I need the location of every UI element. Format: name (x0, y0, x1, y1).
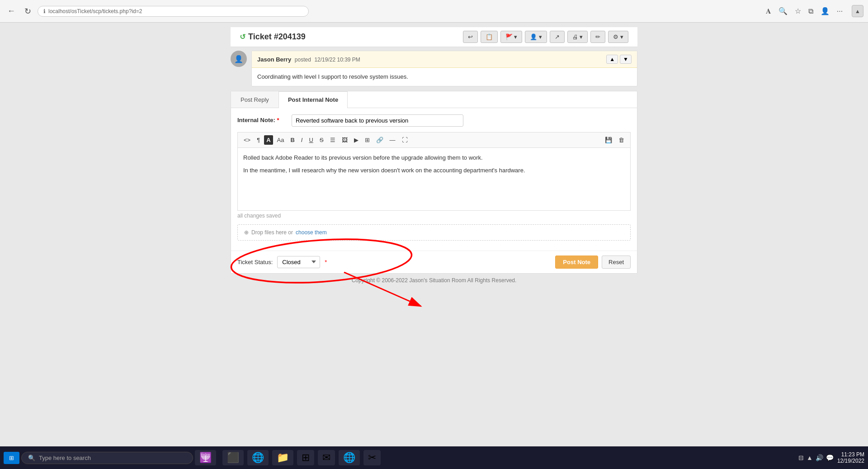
favorites-btn[interactable]: ☆ (792, 5, 804, 17)
search-btn[interactable]: 🔍 (776, 5, 790, 17)
file-choose-link[interactable]: choose them (296, 229, 327, 236)
tab-post-reply[interactable]: Post Reply (231, 91, 278, 108)
ticket-refresh-icon: ↺ (240, 33, 245, 41)
file-drop-text: Drop files here or (251, 229, 293, 236)
toolbar-list-btn[interactable]: ☰ (328, 135, 338, 145)
browser-chrome: ← ↻ ℹ localhost/osTicket/scp/tickets.php… (0, 0, 868, 23)
browser-tools: 𝐀 🔍 ☆ ⧉ 👤 ··· ▲ (763, 5, 863, 17)
toolbar-bold-btn[interactable]: B (288, 135, 297, 145)
status-required-star: * (325, 259, 327, 265)
editor-toolbar: <> ¶ A Aa B I U S ☰ 🖼 ▶ ⊞ 🔗 — (237, 132, 631, 147)
toolbar-delete-btn[interactable]: 🗑 (616, 135, 627, 145)
collections-btn[interactable]: ⧉ (806, 5, 816, 17)
reply-form-body: Internal Note: * <> ¶ A Aa B (231, 108, 637, 247)
taskbar: ⊞ 🔍 Type here to search 🕎 ⬛ 🌐 📁 ⊞ ✉ 🌐 ✂ … (0, 446, 868, 469)
transfer-action-btn[interactable]: ↗ (550, 31, 565, 43)
internal-note-row: Internal Note: * (237, 114, 631, 127)
toolbar-underline-btn[interactable]: U (307, 135, 315, 145)
ticket-actions: ↩ 📋 🚩 ▾ 👤 ▾ ↗ 🖨 ▾ ✏ ⚙ ▾ (463, 31, 629, 43)
message-date: 12/19/22 10:39 PM (314, 57, 360, 63)
info-icon: ℹ (43, 8, 46, 14)
message-posted-label: posted (295, 57, 311, 63)
note-title-field-wrapper (292, 114, 631, 127)
taskbar-edge-btn[interactable]: 🌐 (247, 450, 269, 465)
address-bar[interactable]: ℹ localhost/osTicket/scp/tickets.php?id=… (38, 6, 309, 17)
taskbar-volume-icon[interactable]: 🔊 (816, 454, 823, 461)
toolbar-code-btn[interactable]: <> (241, 135, 253, 145)
flag-action-btn[interactable]: 🚩 ▾ (500, 31, 523, 43)
edit-action-btn[interactable]: 📋 (481, 31, 498, 43)
taskbar-clock[interactable]: 11:23 PM 12/19/2022 (837, 451, 864, 464)
file-drop-zone[interactable]: ⊕ Drop files here or choose them (237, 224, 631, 241)
reply-form: Post Reply Post Internal Note Internal N… (231, 91, 637, 274)
toolbar-image-btn[interactable]: 🖼 (340, 135, 350, 145)
tab-post-internal-note[interactable]: Post Internal Note (278, 91, 348, 108)
taskbar-search-bar[interactable]: 🔍 Type here to search (21, 452, 193, 464)
message-meta: Jason Berry posted 12/19/22 10:39 PM (257, 56, 360, 63)
message-header-actions: ▲ ▼ (606, 55, 632, 64)
file-drop-icon: ⊕ (244, 229, 249, 236)
reply-tabs: Post Reply Post Internal Note (231, 91, 637, 108)
toolbar-expand-btn[interactable]: ⛶ (400, 135, 410, 145)
taskbar-network-icon[interactable]: ▲ (807, 454, 813, 461)
toolbar-table-btn[interactable]: ⊞ (363, 135, 372, 145)
ticket-header: ↺ Ticket #204139 ↩ 📋 🚩 ▾ 👤 ▾ ↗ 🖨 ▾ ✏ ⚙ ▾ (231, 27, 637, 47)
required-star: * (277, 117, 279, 123)
print-action-btn[interactable]: 🖨 ▾ (567, 31, 588, 43)
taskbar-browser-btn[interactable]: 🌐 (339, 450, 360, 465)
internal-note-label: Internal Note: * (237, 114, 287, 123)
settings-action-btn[interactable]: ⚙ ▾ (608, 31, 628, 43)
toolbar-hr-btn[interactable]: — (387, 135, 398, 145)
back-button[interactable]: ← (5, 5, 18, 18)
ticket-title-text: Ticket #204139 (248, 32, 306, 42)
taskbar-store-btn[interactable]: ⊞ (297, 450, 314, 465)
toolbar-italic-btn[interactable]: I (299, 135, 305, 145)
profile-btn[interactable]: 👤 (818, 5, 832, 17)
reader-mode-btn[interactable]: 𝐀 (763, 5, 774, 17)
editor-line-2: In the meantime, I will research why the… (243, 166, 625, 175)
pencil-action-btn[interactable]: ✏ (590, 31, 605, 43)
message-header: Jason Berry posted 12/19/22 10:39 PM ▲ ▼ (252, 51, 637, 68)
toolbar-video-btn[interactable]: ▶ (352, 135, 361, 145)
toolbar-right: 💾 🗑 (603, 135, 627, 145)
taskbar-search-icon: 🔍 (28, 455, 35, 461)
url-text: localhost/osTicket/scp/tickets.php?id=2 (48, 8, 142, 14)
toolbar-text-format-btn[interactable]: A (264, 135, 273, 145)
form-footer: Ticket Status: Closed Open Resolved * Po… (231, 251, 637, 273)
taskbar-sys-icons: ⊟ ▲ 🔊 💬 (798, 454, 834, 461)
toolbar-link-btn[interactable]: 🔗 (374, 135, 386, 145)
refresh-button[interactable]: ↻ (22, 5, 34, 18)
toolbar-strikethrough-btn[interactable]: S (317, 135, 326, 145)
autosave-message: all changes saved (237, 211, 631, 221)
taskbar-hidden-icons-btn[interactable]: ⊟ (798, 454, 804, 461)
toolbar-font-size-btn[interactable]: Aa (275, 135, 287, 145)
content-wrapper: ↺ Ticket #204139 ↩ 📋 🚩 ▾ 👤 ▾ ↗ 🖨 ▾ ✏ ⚙ ▾… (231, 23, 637, 292)
msg-up-btn[interactable]: ▲ (606, 55, 618, 64)
taskbar-date: 12/19/2022 (837, 458, 864, 464)
taskbar-mail-btn[interactable]: ✉ (318, 450, 335, 465)
reset-button[interactable]: Reset (602, 256, 631, 269)
more-btn[interactable]: ··· (834, 5, 845, 17)
toolbar-paragraph-btn[interactable]: ¶ (255, 135, 262, 145)
assign-action-btn[interactable]: 👤 ▾ (525, 31, 547, 43)
note-title-input[interactable] (292, 114, 463, 127)
taskbar-menorah-icon: 🕎 (195, 450, 216, 465)
ticket-status-select[interactable]: Closed Open Resolved (277, 256, 320, 268)
taskbar-desktop-btn[interactable]: ⬛ (222, 450, 244, 465)
editor-line-1: Rolled back Adobe Reader to its previous… (243, 153, 625, 163)
editor-area[interactable]: Rolled back Adobe Reader to its previous… (237, 147, 631, 211)
start-button[interactable]: ⊞ (4, 452, 19, 464)
taskbar-snip-btn[interactable]: ✂ (363, 450, 381, 465)
copyright-text: Copyright © 2006-2022 Jason's Situation … (231, 274, 637, 287)
msg-down-btn[interactable]: ▼ (620, 55, 632, 64)
toolbar-save-btn[interactable]: 💾 (603, 135, 614, 145)
ticket-title: ↺ Ticket #204139 (240, 32, 306, 42)
post-note-button[interactable]: Post Note (555, 256, 598, 269)
taskbar-notification-icon[interactable]: 💬 (826, 454, 834, 461)
ticket-status-label: Ticket Status: (237, 259, 273, 265)
taskbar-explorer-btn[interactable]: 📁 (272, 450, 293, 465)
reply-action-btn[interactable]: ↩ (463, 31, 478, 43)
message-body: Coordinating with level I support to res… (252, 68, 637, 86)
scroll-top-btn[interactable]: ▲ (852, 5, 863, 17)
message-author: Jason Berry (257, 56, 291, 63)
